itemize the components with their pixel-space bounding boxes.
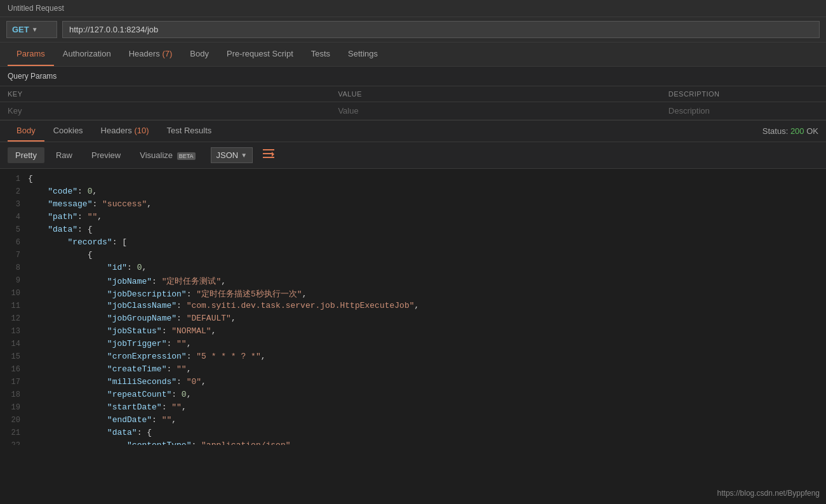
wrap-button[interactable]	[259, 147, 278, 163]
code-line: 5 "data": {	[0, 225, 826, 237]
line-number: 6	[5, 237, 28, 250]
line-number: 10	[5, 288, 28, 301]
code-line: 6 "records": [	[0, 237, 826, 250]
desc-cell[interactable]: Description	[661, 102, 826, 120]
svg-rect-0	[263, 149, 274, 150]
code-line: 17 "milliSeconds": "0",	[0, 377, 826, 390]
tab-prerequest[interactable]: Pre-request Script	[218, 43, 302, 66]
code-line: 18 "repeatCount": 0,	[0, 390, 826, 402]
svg-rect-1	[263, 153, 272, 154]
line-number: 12	[5, 314, 28, 326]
request-tabs: Params Authorization Headers (7) Body Pr…	[0, 43, 826, 67]
window-title: Untitled Request	[8, 4, 64, 13]
pretty-view-button[interactable]: Pretty	[8, 147, 44, 163]
line-content: "jobGroupName": "DEFAULT",	[28, 314, 821, 326]
tab-body[interactable]: Body	[181, 43, 218, 66]
line-number: 15	[5, 352, 28, 364]
format-dropdown[interactable]: JSON ▼	[211, 147, 253, 163]
tab-headers[interactable]: Headers (7)	[120, 43, 182, 66]
line-content: "id": 0,	[28, 263, 821, 275]
code-line: 8 "id": 0,	[0, 263, 826, 275]
line-number: 16	[5, 364, 28, 377]
line-content: "endDate": "",	[28, 415, 821, 428]
status-suffix: OK	[806, 126, 818, 136]
col-key: KEY	[0, 86, 330, 102]
query-params-section: Query Params	[0, 67, 826, 86]
tab-params[interactable]: Params	[8, 43, 54, 66]
code-line: 10 "jobDescription": "定时任务描述5秒执行一次",	[0, 288, 826, 301]
line-number: 2	[5, 187, 28, 199]
line-content: "jobStatus": "NORMAL",	[28, 326, 821, 339]
key-cell[interactable]: Key	[0, 102, 330, 120]
method-dropdown[interactable]: GET ▼	[6, 21, 57, 38]
code-line: 3 "message": "success",	[0, 199, 826, 212]
raw-view-button[interactable]: Raw	[48, 147, 80, 163]
status-code: 200	[790, 126, 804, 136]
line-content: "createTime": "",	[28, 364, 821, 377]
visualize-view-button[interactable]: Visualize BETA	[132, 147, 203, 163]
code-line: 16 "createTime": "",	[0, 364, 826, 377]
line-content: "milliSeconds": "0",	[28, 377, 821, 390]
col-description: DESCRIPTION	[661, 86, 826, 102]
line-content: "message": "success",	[28, 199, 821, 212]
line-content: "startDate": "",	[28, 402, 821, 415]
code-line: 4 "path": "",	[0, 212, 826, 225]
url-input[interactable]	[62, 21, 820, 38]
line-number: 18	[5, 390, 28, 402]
code-line: 12 "jobGroupName": "DEFAULT",	[0, 314, 826, 326]
line-number: 21	[5, 428, 28, 441]
svg-marker-3	[272, 152, 274, 157]
code-line: 15 "cronExpression": "5 * * * ? *",	[0, 352, 826, 364]
tab-response-headers[interactable]: Headers (10)	[92, 121, 158, 142]
line-content: "jobDescription": "定时任务描述5秒执行一次",	[28, 288, 821, 301]
title-bar: Untitled Request	[0, 0, 826, 17]
code-line: 14 "jobTrigger": "",	[0, 339, 826, 352]
response-headers-badge: (10)	[134, 126, 149, 135]
line-number: 1	[5, 174, 28, 187]
line-number: 19	[5, 402, 28, 415]
line-number: 7	[5, 250, 28, 263]
svg-rect-2	[263, 157, 274, 158]
code-line: 21 "data": {	[0, 428, 826, 441]
response-tabs: Body Cookies Headers (10) Test Results	[8, 121, 220, 142]
code-line: 13 "jobStatus": "NORMAL",	[0, 326, 826, 339]
line-content: {	[28, 174, 821, 187]
query-params-label: Query Params	[8, 72, 57, 81]
tab-tests[interactable]: Tests	[302, 43, 339, 66]
code-line: 1{	[0, 174, 826, 187]
format-arrow-icon: ▼	[241, 152, 247, 159]
value-cell[interactable]: Value	[330, 102, 660, 120]
tab-test-results[interactable]: Test Results	[158, 121, 221, 142]
url-bar: GET ▼	[0, 17, 826, 43]
code-line: 22 "contentType": "application/json",	[0, 441, 826, 445]
line-number: 11	[5, 301, 28, 314]
line-content: "path": "",	[28, 212, 821, 225]
params-table: KEY VALUE DESCRIPTION Key Value Descript…	[0, 86, 826, 120]
code-line: 19 "startDate": "",	[0, 402, 826, 415]
tab-authorization[interactable]: Authorization	[54, 43, 120, 66]
line-number: 4	[5, 212, 28, 225]
response-tabs-row: Body Cookies Headers (10) Test Results S…	[0, 121, 826, 142]
line-number: 17	[5, 377, 28, 390]
method-value: GET	[12, 25, 29, 34]
line-content: "cronExpression": "5 * * * ? *",	[28, 352, 821, 364]
line-number: 14	[5, 339, 28, 352]
line-content: "jobTrigger": "",	[28, 339, 821, 352]
tab-settings[interactable]: Settings	[339, 43, 387, 66]
line-content: "repeatCount": 0,	[28, 390, 821, 402]
code-line: 2 "code": 0,	[0, 187, 826, 199]
line-number: 22	[5, 441, 28, 445]
col-value: VALUE	[330, 86, 660, 102]
preview-view-button[interactable]: Preview	[84, 147, 128, 163]
line-content: "jobClassName": "com.syiti.dev.task.serv…	[28, 301, 821, 314]
status-indicator: Status: 200 OK	[763, 126, 818, 136]
line-number: 5	[5, 225, 28, 237]
line-content: "contentType": "application/json",	[28, 441, 821, 445]
line-number: 8	[5, 263, 28, 275]
tab-response-body[interactable]: Body	[8, 121, 44, 142]
line-content: "records": [	[28, 237, 821, 250]
tab-cookies[interactable]: Cookies	[44, 121, 92, 142]
line-content: "jobName": "定时任务测试",	[28, 275, 821, 288]
line-number: 20	[5, 415, 28, 428]
dropdown-arrow-icon: ▼	[32, 26, 38, 33]
